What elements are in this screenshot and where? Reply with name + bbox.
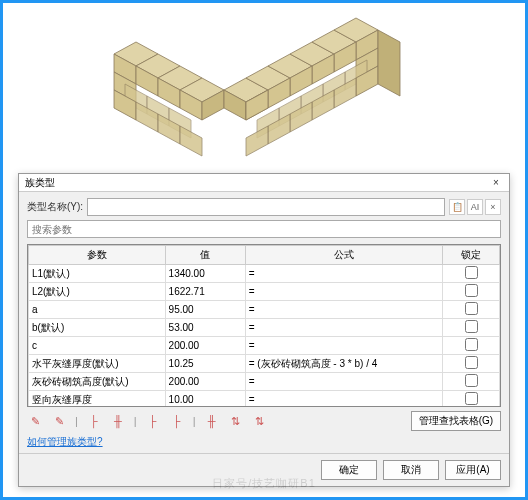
col-lock[interactable]: 锁定 xyxy=(443,246,500,265)
wall-svg xyxy=(94,12,434,162)
lock-checkbox[interactable] xyxy=(465,338,478,351)
param-cell[interactable]: L2(默认) xyxy=(29,283,166,301)
ok-button[interactable]: 确定 xyxy=(321,460,377,480)
parameter-grid[interactable]: 参数 值 公式 锁定 L1(默认)1340.00=L2(默认)1622.71=a… xyxy=(27,244,501,407)
lock-checkbox[interactable] xyxy=(465,356,478,369)
col-formula[interactable]: 公式 xyxy=(245,246,443,265)
type-name-label: 类型名称(Y): xyxy=(27,200,83,214)
param-toolbar: ✎ ✎ | ├ ╫ | ├ ├ | ╫ ⇅ ⇅ 管理查找表格(G) xyxy=(27,407,501,435)
table-row[interactable]: L2(默认)1622.71= xyxy=(29,283,500,301)
value-cell[interactable]: 200.00 xyxy=(165,337,245,355)
dialog-title: 族类型 xyxy=(25,176,55,190)
rename-type-icon[interactable]: AI xyxy=(467,199,483,215)
lock-checkbox[interactable] xyxy=(465,266,478,279)
table-row[interactable]: b(默认)53.00= xyxy=(29,319,500,337)
param-cell[interactable]: 竖向灰缝厚度 xyxy=(29,391,166,408)
tool-icon[interactable]: ⇅ xyxy=(228,413,244,429)
tool-icon[interactable]: ├ xyxy=(169,413,185,429)
col-value[interactable]: 值 xyxy=(165,246,245,265)
delete-type-icon[interactable]: × xyxy=(485,199,501,215)
lock-checkbox[interactable] xyxy=(465,302,478,315)
formula-cell[interactable]: = xyxy=(245,301,443,319)
brick-wall-preview xyxy=(3,3,525,170)
value-cell[interactable]: 10.00 xyxy=(165,391,245,408)
lock-checkbox[interactable] xyxy=(465,374,478,387)
value-cell[interactable]: 53.00 xyxy=(165,319,245,337)
param-cell[interactable]: a xyxy=(29,301,166,319)
tool-icon[interactable]: ╫ xyxy=(110,413,126,429)
value-cell[interactable]: 1340.00 xyxy=(165,265,245,283)
lock-checkbox[interactable] xyxy=(465,392,478,405)
tool-icon[interactable]: ✎ xyxy=(27,413,43,429)
help-link[interactable]: 如何管理族类型? xyxy=(27,436,103,447)
param-cell[interactable]: 灰砂砖砌筑高度(默认) xyxy=(29,373,166,391)
tool-icon[interactable]: ╫ xyxy=(204,413,220,429)
table-row[interactable]: 水平灰缝厚度(默认)10.25= (灰砂砖砌筑高度 - 3 * b) / 4 xyxy=(29,355,500,373)
formula-cell[interactable]: = xyxy=(245,319,443,337)
tool-icon[interactable]: ├ xyxy=(86,413,102,429)
lock-cell[interactable] xyxy=(443,319,500,337)
lock-cell[interactable] xyxy=(443,355,500,373)
family-types-dialog: 族类型 × 类型名称(Y): 📋 AI × 参数 xyxy=(18,173,510,487)
lock-cell[interactable] xyxy=(443,391,500,408)
table-row[interactable]: L1(默认)1340.00= xyxy=(29,265,500,283)
tool-icon[interactable]: ⇅ xyxy=(252,413,268,429)
param-cell[interactable]: 水平灰缝厚度(默认) xyxy=(29,355,166,373)
table-row[interactable]: c200.00= xyxy=(29,337,500,355)
svg-marker-43 xyxy=(378,30,400,96)
formula-cell[interactable]: = xyxy=(245,373,443,391)
param-cell[interactable]: b(默认) xyxy=(29,319,166,337)
value-cell[interactable]: 95.00 xyxy=(165,301,245,319)
lock-cell[interactable] xyxy=(443,265,500,283)
lock-checkbox[interactable] xyxy=(465,284,478,297)
value-cell[interactable]: 10.25 xyxy=(165,355,245,373)
manage-lookup-button[interactable]: 管理查找表格(G) xyxy=(411,411,501,431)
lock-cell[interactable] xyxy=(443,283,500,301)
lock-cell[interactable] xyxy=(443,301,500,319)
formula-cell[interactable]: = xyxy=(245,391,443,408)
new-type-icon[interactable]: 📋 xyxy=(449,199,465,215)
table-row[interactable]: 灰砂砖砌筑高度(默认)200.00= xyxy=(29,373,500,391)
apply-button[interactable]: 应用(A) xyxy=(445,460,501,480)
formula-cell[interactable]: = xyxy=(245,337,443,355)
formula-cell[interactable]: = (灰砂砖砌筑高度 - 3 * b) / 4 xyxy=(245,355,443,373)
table-row[interactable]: 竖向灰缝厚度10.00= xyxy=(29,391,500,408)
value-cell[interactable]: 200.00 xyxy=(165,373,245,391)
formula-cell[interactable]: = xyxy=(245,265,443,283)
tool-icon[interactable]: ✎ xyxy=(51,413,67,429)
search-input[interactable] xyxy=(27,220,501,238)
table-row[interactable]: a95.00= xyxy=(29,301,500,319)
cancel-button[interactable]: 取消 xyxy=(383,460,439,480)
param-cell[interactable]: L1(默认) xyxy=(29,265,166,283)
tool-icon[interactable]: ├ xyxy=(145,413,161,429)
formula-cell[interactable]: = xyxy=(245,283,443,301)
lock-cell[interactable] xyxy=(443,373,500,391)
col-param[interactable]: 参数 xyxy=(29,246,166,265)
close-icon[interactable]: × xyxy=(489,176,503,190)
param-cell[interactable]: c xyxy=(29,337,166,355)
dialog-titlebar: 族类型 × xyxy=(19,174,509,192)
lock-checkbox[interactable] xyxy=(465,320,478,333)
type-name-select[interactable] xyxy=(87,198,445,216)
lock-cell[interactable] xyxy=(443,337,500,355)
value-cell[interactable]: 1622.71 xyxy=(165,283,245,301)
